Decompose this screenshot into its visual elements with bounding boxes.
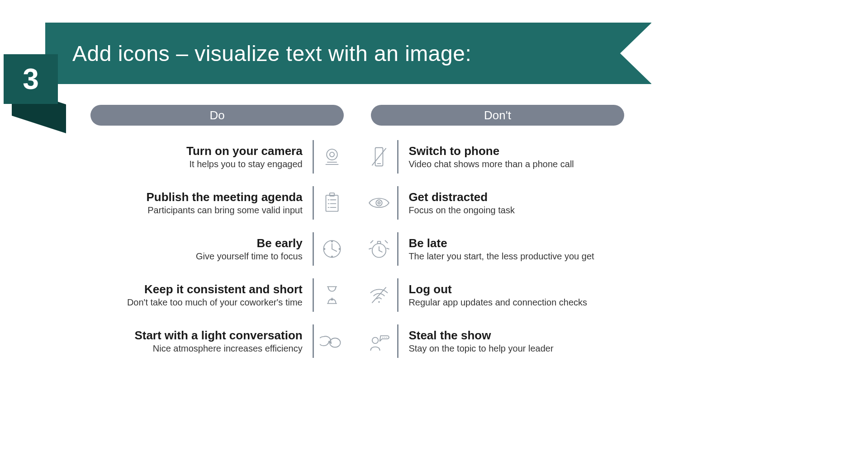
svg-point-35 xyxy=(384,337,385,338)
slide-title: Add icons – visualize text with an image… xyxy=(72,41,471,66)
do-header-pill: Do xyxy=(90,105,344,126)
eye-icon xyxy=(360,186,398,220)
content-grid: Turn on your camera It helps you to stay… xyxy=(90,140,624,371)
camera-icon xyxy=(313,140,351,174)
title-ribbon: Add icons – visualize text with an image… xyxy=(45,23,651,84)
do-desc: Give yourself time to focus xyxy=(90,251,303,261)
svg-point-14 xyxy=(378,202,380,204)
slide-number: 3 xyxy=(4,54,58,104)
svg-point-20 xyxy=(332,256,333,258)
list-row: Keep it consistent and short Don't take … xyxy=(90,278,624,312)
dont-desc: Stay on the topic to help your leader xyxy=(408,343,624,353)
do-title: Be early xyxy=(90,237,303,250)
do-title: Keep it consistent and short xyxy=(90,283,303,296)
hourglass-icon xyxy=(313,278,351,312)
chat-icon xyxy=(313,324,351,358)
dont-title: Switch to phone xyxy=(408,145,624,158)
do-text: Publish the meeting agenda Participants … xyxy=(90,186,313,220)
list-row: Be early Give yourself time to focus Be … xyxy=(90,232,624,266)
dont-text: Steal the show Stay on the topic to help… xyxy=(398,324,624,358)
dont-text: Switch to phone Video chat shows more th… xyxy=(398,140,624,174)
dont-text: Be late The later you start, the less pr… xyxy=(398,232,624,266)
dont-desc: The later you start, the less productive… xyxy=(408,251,624,261)
no-phone-icon xyxy=(360,140,398,174)
speaking-icon xyxy=(360,324,398,358)
svg-point-30 xyxy=(378,301,379,303)
svg-point-0 xyxy=(327,149,338,160)
do-desc: Participants can bring some valid input xyxy=(90,205,303,215)
alarm-icon xyxy=(360,232,398,266)
do-desc: Don't take too much of your coworker's t… xyxy=(90,297,303,307)
do-title: Start with a light conversation xyxy=(90,329,303,342)
svg-line-26 xyxy=(370,240,373,243)
dont-title: Get distracted xyxy=(408,191,624,204)
svg-point-36 xyxy=(386,337,387,338)
do-text: Keep it consistent and short Don't take … xyxy=(90,278,313,312)
do-text: Turn on your camera It helps you to stay… xyxy=(90,140,313,174)
svg-point-13 xyxy=(376,200,382,206)
list-row: Start with a light conversation Nice atm… xyxy=(90,324,624,358)
dont-title: Log out xyxy=(408,283,624,296)
svg-rect-25 xyxy=(377,241,380,244)
svg-point-18 xyxy=(332,241,333,242)
do-desc: It helps you to stay engaged xyxy=(90,159,303,169)
dont-desc: Regular app updates and connection check… xyxy=(408,297,624,307)
do-text: Be early Give yourself time to focus xyxy=(90,232,313,266)
dont-header-pill: Don't xyxy=(371,105,624,126)
dont-text: Get distracted Focus on the ongoing task xyxy=(398,186,624,220)
svg-line-4 xyxy=(372,148,385,165)
svg-point-1 xyxy=(330,152,334,157)
ribbon-notch xyxy=(620,23,652,84)
svg-point-34 xyxy=(382,337,383,338)
do-title: Publish the meeting agenda xyxy=(90,191,303,204)
do-title: Turn on your camera xyxy=(90,145,303,158)
svg-line-27 xyxy=(385,240,387,243)
svg-point-19 xyxy=(339,249,341,250)
svg-point-33 xyxy=(372,338,378,344)
list-row: Turn on your camera It helps you to stay… xyxy=(90,140,624,174)
svg-point-21 xyxy=(324,249,325,250)
no-wifi-icon xyxy=(360,278,398,312)
clock-icon xyxy=(313,232,351,266)
dont-title: Be late xyxy=(408,237,624,250)
dont-desc: Focus on the ongoing task xyxy=(408,205,624,215)
do-desc: Nice atmosphere increases efficiency xyxy=(90,343,303,353)
svg-line-24 xyxy=(379,250,382,252)
svg-line-28 xyxy=(369,248,371,249)
do-text: Start with a light conversation Nice atm… xyxy=(90,324,313,358)
dont-text: Log out Regular app updates and connecti… xyxy=(398,278,624,312)
agenda-icon xyxy=(313,186,351,220)
svg-line-17 xyxy=(332,249,337,251)
dont-title: Steal the show xyxy=(408,329,624,342)
dont-desc: Video chat shows more than a phone call xyxy=(408,159,624,169)
list-row: Publish the meeting agenda Participants … xyxy=(90,186,624,220)
slide: Add icons – visualize text with an image… xyxy=(0,0,868,460)
slide-number-badge: 3 xyxy=(4,54,58,117)
svg-line-29 xyxy=(387,248,389,249)
